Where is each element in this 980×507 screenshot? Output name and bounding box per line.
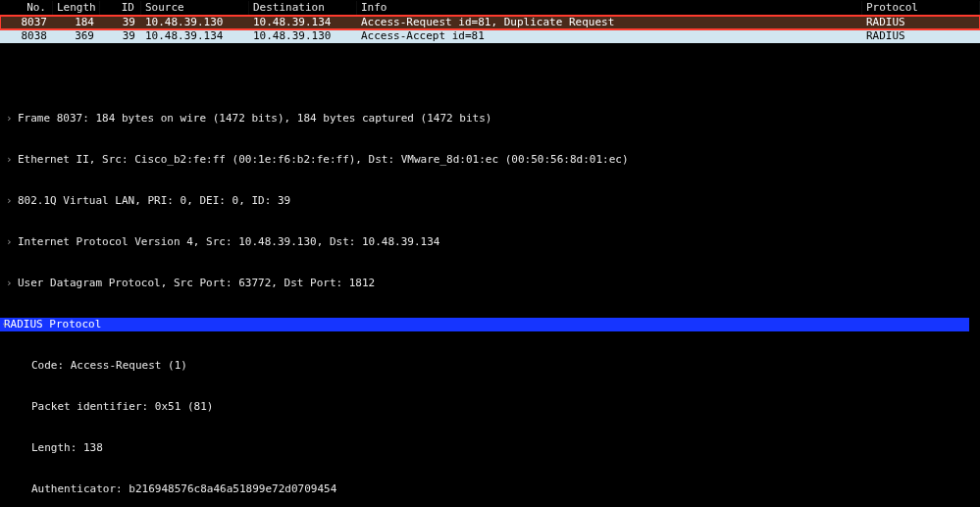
cell-src: 10.48.39.130: [141, 16, 249, 29]
cell-src: 10.48.39.134: [141, 29, 249, 43]
frame-line[interactable]: Frame 8037: 184 bytes on wire (1472 bits…: [4, 112, 980, 126]
col-dst[interactable]: Destination: [249, 1, 357, 15]
cell-dst: 10.48.39.130: [249, 29, 357, 43]
col-src[interactable]: Source: [141, 1, 249, 15]
cell-id: 39: [100, 29, 141, 43]
ip-line[interactable]: Internet Protocol Version 4, Src: 10.48.…: [4, 235, 980, 249]
cell-dst: 10.48.39.134: [249, 16, 357, 29]
packet-list-header: No. Length ID Source Destination Info Pr…: [0, 0, 980, 16]
radius-line[interactable]: RADIUS Protocol: [0, 318, 969, 331]
vlan-line[interactable]: 802.1Q Virtual LAN, PRI: 0, DEI: 0, ID: …: [4, 194, 980, 208]
length-line: Length: 138: [4, 441, 980, 455]
cell-len: 369: [53, 29, 100, 43]
cell-len: 184: [53, 16, 100, 29]
eth-line[interactable]: Ethernet II, Src: Cisco_b2:fe:ff (00:1e:…: [4, 153, 980, 167]
col-info[interactable]: Info: [357, 1, 862, 15]
packet-details: Frame 8037: 184 bytes on wire (1472 bits…: [0, 84, 980, 507]
cell-info: Access-Request id=81, Duplicate Request: [357, 16, 862, 29]
cell-id: 39: [100, 16, 141, 29]
cell-proto: RADIUS: [862, 16, 980, 29]
col-no[interactable]: No.: [0, 1, 53, 15]
col-proto[interactable]: Protocol: [862, 1, 980, 15]
packet-row[interactable]: 8038 369 39 10.48.39.134 10.48.39.130 Ac…: [0, 29, 980, 43]
cell-no: 8038: [0, 29, 53, 43]
udp-line[interactable]: User Datagram Protocol, Src Port: 63772,…: [4, 277, 980, 290]
packet-row-selected[interactable]: 8037 184 39 10.48.39.130 10.48.39.134 Ac…: [0, 16, 980, 29]
col-len[interactable]: Length: [53, 1, 100, 15]
cell-info: Access-Accept id=81: [357, 29, 862, 43]
code-line: Code: Access-Request (1): [4, 359, 980, 373]
cell-proto: RADIUS: [862, 29, 980, 43]
auth-line: Authenticator: b216948576c8a46a51899e72d…: [4, 482, 980, 496]
packet-list: No. Length ID Source Destination Info Pr…: [0, 0, 980, 43]
col-id[interactable]: ID: [100, 1, 141, 15]
cell-no: 8037: [0, 16, 53, 29]
pktid-line: Packet identifier: 0x51 (81): [4, 400, 980, 414]
